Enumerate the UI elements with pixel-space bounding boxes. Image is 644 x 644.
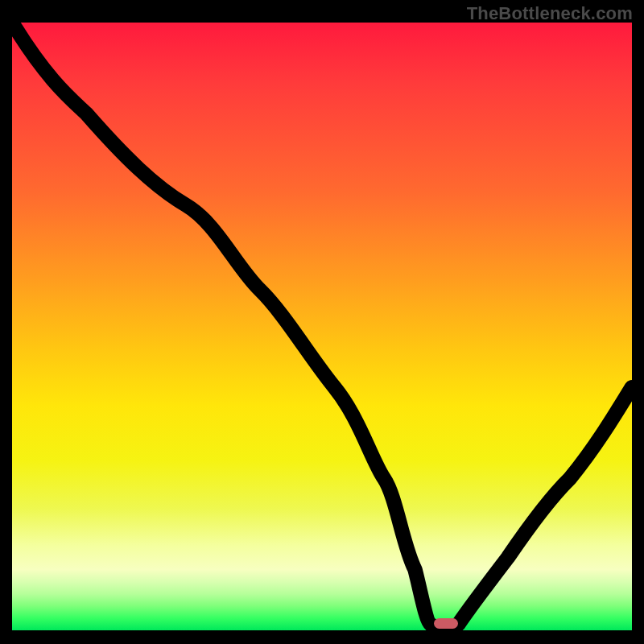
gradient-background [12,23,632,630]
chart-frame: TheBottleneck.com [0,0,644,644]
plot-area [12,23,632,630]
optimal-marker [434,618,458,629]
watermark-text: TheBottleneck.com [467,3,633,24]
